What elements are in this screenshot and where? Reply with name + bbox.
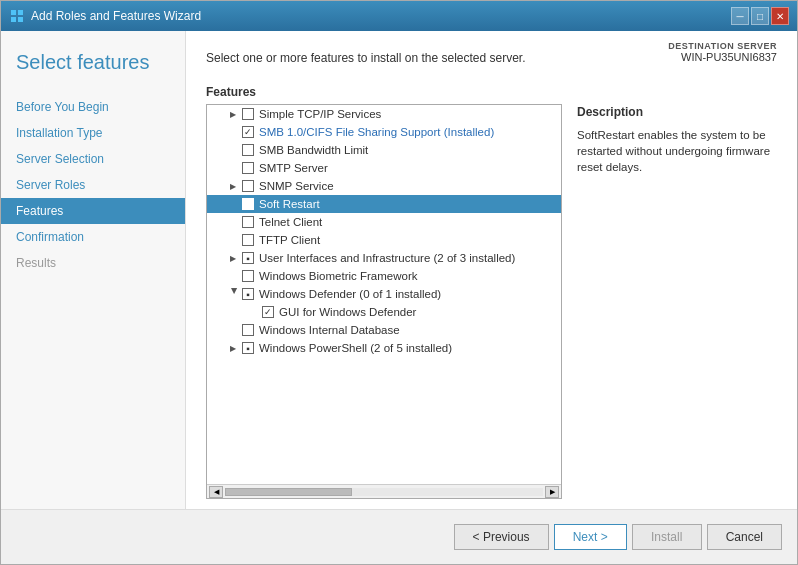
list-item[interactable]: ▶ Windows Defender (0 of 1 installed) (207, 285, 561, 303)
feature-text: Telnet Client (259, 216, 322, 228)
expand-arrow-icon[interactable]: ▶ (227, 288, 239, 300)
feature-text: Simple TCP/IP Services (259, 108, 381, 120)
sidebar-item-features[interactable]: Features (1, 198, 185, 224)
minimize-button[interactable]: ─ (731, 7, 749, 25)
sidebar: Select features Before You Begin Install… (1, 31, 186, 509)
checkbox-tftp[interactable] (242, 234, 254, 246)
cancel-button[interactable]: Cancel (707, 524, 782, 550)
destination-server-name: WIN-PU35UNI6837 (668, 51, 777, 63)
svg-rect-1 (18, 10, 23, 15)
sidebar-item-installation-type[interactable]: Installation Type (1, 120, 185, 146)
features-list-container: ▶ Simple TCP/IP Services SMB 1.0/CIFS Fi… (206, 104, 562, 499)
title-bar: Add Roles and Features Wizard ─ □ ✕ (1, 1, 797, 31)
checkbox-telnet[interactable] (242, 216, 254, 228)
scroll-track[interactable] (225, 488, 543, 496)
checkbox-gui-defender[interactable] (262, 306, 274, 318)
svg-rect-3 (18, 17, 23, 22)
feature-text: Windows Biometric Framework (259, 270, 417, 282)
checkbox-soft-restart[interactable] (242, 198, 254, 210)
expand-arrow-icon[interactable]: ▶ (227, 342, 239, 354)
sidebar-nav: Before You Begin Installation Type Serve… (1, 94, 185, 276)
checkbox-smb10[interactable] (242, 126, 254, 138)
destination-server-info: DESTINATION SERVER WIN-PU35UNI6837 (668, 41, 777, 63)
install-button[interactable]: Install (632, 524, 702, 550)
title-bar-controls: ─ □ ✕ (731, 7, 789, 25)
expand-arrow-icon[interactable]: ▶ (227, 108, 239, 120)
list-item[interactable]: GUI for Windows Defender (207, 303, 561, 321)
window-title: Add Roles and Features Wizard (31, 9, 201, 23)
checkbox-powershell[interactable] (242, 342, 254, 354)
two-column-layout: Features ▶ Simple TCP/IP Services (206, 85, 777, 499)
checkbox-snmp[interactable] (242, 180, 254, 192)
next-button[interactable]: Next > (554, 524, 627, 550)
destination-server-label: DESTINATION SERVER (668, 41, 777, 51)
maximize-button[interactable]: □ (751, 7, 769, 25)
list-item[interactable]: Windows Internal Database (207, 321, 561, 339)
header-area: DESTINATION SERVER WIN-PU35UNI6837 Selec… (206, 51, 777, 75)
checkbox-simple-tcp[interactable] (242, 108, 254, 120)
scroll-right-button[interactable]: ▶ (545, 486, 559, 498)
sidebar-title: Select features (1, 51, 185, 94)
list-item[interactable]: ▶ User Interfaces and Infrastructure (2 … (207, 249, 561, 267)
sidebar-item-confirmation[interactable]: Confirmation (1, 224, 185, 250)
content-area: Select features Before You Begin Install… (1, 31, 797, 509)
list-item[interactable]: SMB Bandwidth Limit (207, 141, 561, 159)
list-item[interactable]: ▶ SNMP Service (207, 177, 561, 195)
description-content: SoftRestart enables the system to be res… (577, 127, 777, 175)
list-item[interactable]: SMTP Server (207, 159, 561, 177)
list-item[interactable]: Windows Biometric Framework (207, 267, 561, 285)
feature-text: SMTP Server (259, 162, 328, 174)
checkbox-internal-db[interactable] (242, 324, 254, 336)
feature-text: User Interfaces and Infrastructure (2 of… (259, 252, 515, 264)
checkbox-user-interfaces[interactable] (242, 252, 254, 264)
list-item[interactable]: Telnet Client (207, 213, 561, 231)
features-list[interactable]: ▶ Simple TCP/IP Services SMB 1.0/CIFS Fi… (207, 105, 561, 484)
title-bar-left: Add Roles and Features Wizard (9, 8, 201, 24)
features-label: Features (206, 85, 562, 99)
scroll-thumb[interactable] (225, 488, 352, 496)
checkbox-smb-bw[interactable] (242, 144, 254, 156)
list-item[interactable]: TFTP Client (207, 231, 561, 249)
feature-text: GUI for Windows Defender (279, 306, 416, 318)
list-item[interactable]: Soft Restart (207, 195, 561, 213)
description-label: Description (577, 105, 777, 119)
feature-text: Soft Restart (259, 198, 320, 210)
list-item[interactable]: SMB 1.0/CIFS File Sharing Support (Insta… (207, 123, 561, 141)
sidebar-item-server-roles[interactable]: Server Roles (1, 172, 185, 198)
feature-text: TFTP Client (259, 234, 320, 246)
footer: < Previous Next > Install Cancel (1, 509, 797, 564)
expand-arrow-icon[interactable]: ▶ (227, 180, 239, 192)
features-panel: Features ▶ Simple TCP/IP Services (206, 85, 562, 499)
svg-rect-2 (11, 17, 16, 22)
scroll-left-button[interactable]: ◀ (209, 486, 223, 498)
feature-text: SNMP Service (259, 180, 334, 192)
feature-text: Windows PowerShell (2 of 5 installed) (259, 342, 452, 354)
list-item[interactable]: ▶ Simple TCP/IP Services (207, 105, 561, 123)
checkbox-biometric[interactable] (242, 270, 254, 282)
feature-text: Windows Internal Database (259, 324, 400, 336)
main-content: DESTINATION SERVER WIN-PU35UNI6837 Selec… (186, 31, 797, 509)
main-window: Add Roles and Features Wizard ─ □ ✕ Sele… (0, 0, 798, 565)
previous-button[interactable]: < Previous (454, 524, 549, 550)
svg-rect-0 (11, 10, 16, 15)
list-item[interactable]: ▶ Windows PowerShell (2 of 5 installed) (207, 339, 561, 357)
feature-text: Windows Defender (0 of 1 installed) (259, 288, 441, 300)
sidebar-item-server-selection[interactable]: Server Selection (1, 146, 185, 172)
horizontal-scrollbar[interactable]: ◀ ▶ (207, 484, 561, 498)
sidebar-item-before-you-begin[interactable]: Before You Begin (1, 94, 185, 120)
feature-text: SMB Bandwidth Limit (259, 144, 368, 156)
close-button[interactable]: ✕ (771, 7, 789, 25)
app-icon (9, 8, 25, 24)
expand-arrow-icon[interactable]: ▶ (227, 252, 239, 264)
checkbox-smtp[interactable] (242, 162, 254, 174)
description-panel: Description SoftRestart enables the syst… (577, 85, 777, 499)
feature-text: SMB 1.0/CIFS File Sharing Support (Insta… (259, 126, 494, 138)
sidebar-item-results: Results (1, 250, 185, 276)
checkbox-defender[interactable] (242, 288, 254, 300)
